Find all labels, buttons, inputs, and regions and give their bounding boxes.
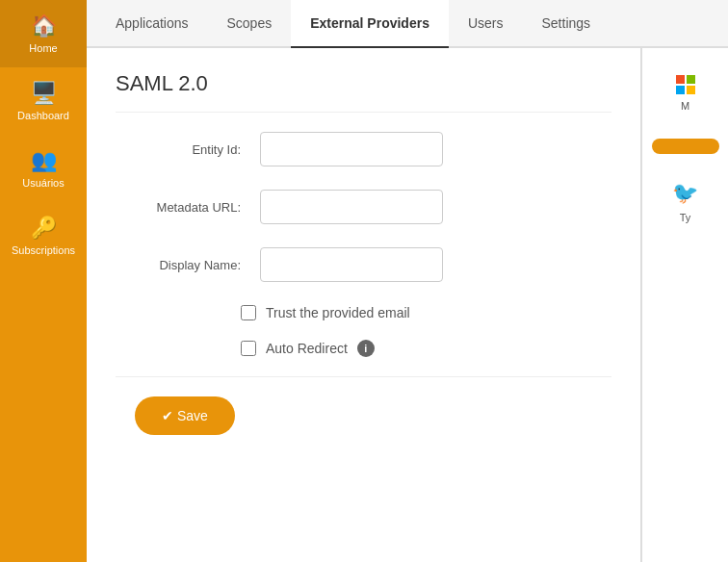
- sidebar-item-label: Subscriptions: [12, 244, 75, 256]
- display-name-label: Display Name:: [135, 258, 241, 272]
- sidebar-item-dashboard[interactable]: 🖥️ Dashboard: [0, 67, 87, 135]
- sidebar-item-label: Dashboard: [17, 110, 69, 121]
- main-area: Applications Scopes External Providers U…: [87, 0, 728, 562]
- users-icon: 👥: [31, 148, 57, 173]
- auto-redirect-checkbox[interactable]: [241, 341, 256, 356]
- form-panel: SAML 2.0 Entity Id: Metadata URL: Displa…: [87, 48, 641, 562]
- save-button[interactable]: ✔ Save: [135, 396, 235, 435]
- auto-redirect-info-icon[interactable]: i: [357, 340, 375, 357]
- dashboard-icon: 🖥️: [31, 81, 57, 106]
- provider-microsoft[interactable]: M: [652, 67, 718, 119]
- entity-id-input[interactable]: [260, 132, 443, 166]
- twitter-icon: 🐦: [672, 181, 698, 206]
- tab-scopes[interactable]: Scopes: [208, 0, 292, 48]
- trust-email-group: Trust the provided email: [116, 305, 611, 320]
- metadata-url-group: Metadata URL:: [116, 190, 611, 224]
- microsoft-label: M: [681, 100, 689, 112]
- trust-email-checkbox[interactable]: [241, 305, 256, 320]
- microsoft-icon: [676, 75, 695, 94]
- entity-id-group: Entity Id:: [116, 132, 611, 166]
- tab-users[interactable]: Users: [449, 0, 523, 48]
- tab-external-providers[interactable]: External Providers: [291, 0, 449, 48]
- subscriptions-icon: 🔑: [31, 216, 57, 241]
- form-title: SAML 2.0: [116, 71, 611, 113]
- display-name-group: Display Name:: [116, 247, 611, 282]
- form-divider: [116, 376, 611, 377]
- sidebar: 🏠 Home 🖥️ Dashboard 👥 Usuários 🔑 Subscri…: [0, 0, 87, 562]
- provider-twitter[interactable]: 🐦 Ty: [652, 173, 718, 231]
- sidebar-item-label: Home: [29, 42, 57, 54]
- content-area: SAML 2.0 Entity Id: Metadata URL: Displa…: [87, 48, 728, 562]
- tab-bar: Applications Scopes External Providers U…: [87, 0, 728, 48]
- auto-redirect-group: Auto Redirect i: [116, 340, 611, 357]
- entity-id-label: Entity Id:: [135, 142, 241, 157]
- twitter-label: Ty: [680, 212, 691, 223]
- trust-email-label: Trust the provided email: [266, 305, 410, 320]
- auto-redirect-label: Auto Redirect: [266, 341, 348, 356]
- display-name-input[interactable]: [260, 247, 443, 282]
- metadata-url-input[interactable]: [260, 190, 443, 224]
- metadata-url-label: Metadata URL:: [135, 200, 241, 215]
- sidebar-item-subscriptions[interactable]: 🔑 Subscriptions: [0, 202, 87, 269]
- tab-settings[interactable]: Settings: [523, 0, 611, 48]
- home-icon: 🏠: [31, 13, 57, 38]
- sidebar-item-home[interactable]: 🏠 Home: [0, 0, 87, 67]
- right-panel: M 🐦 Ty: [641, 48, 728, 562]
- tab-applications[interactable]: Applications: [96, 0, 208, 48]
- sidebar-item-label: Usuários: [22, 177, 64, 189]
- sidebar-item-users[interactable]: 👥 Usuários: [0, 135, 87, 202]
- orange-action-button[interactable]: [652, 139, 719, 154]
